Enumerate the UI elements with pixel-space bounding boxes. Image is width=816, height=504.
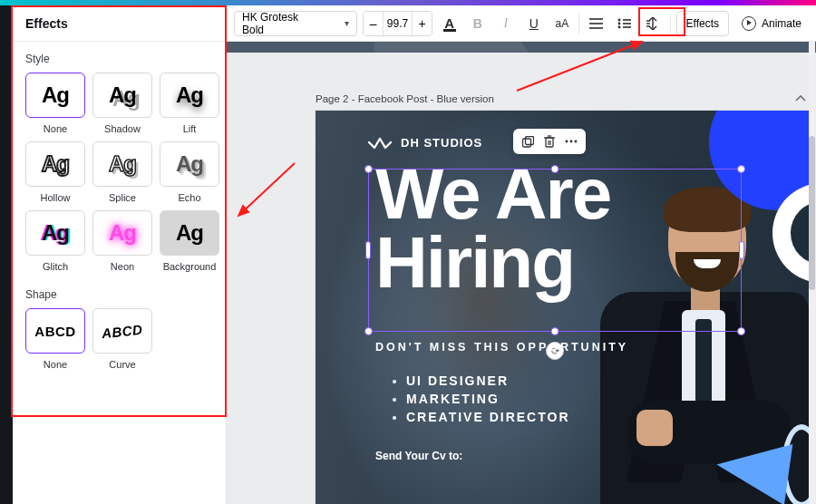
list-item: UI DESIGNER — [406, 373, 570, 388]
underline-button[interactable]: U — [522, 11, 545, 36]
page-title: Page 2 - Facebook Post - Blue version — [316, 93, 494, 104]
brand-row: DH STUDIOS — [368, 134, 482, 150]
selection-box[interactable]: ⟳ — [368, 169, 742, 332]
chevron-down-icon: ▾ — [345, 18, 349, 28]
shape-label: None — [44, 359, 67, 370]
resize-handle-tm[interactable] — [551, 165, 559, 173]
style-label: Hollow — [40, 192, 70, 203]
style-label: Shadow — [104, 123, 141, 134]
spacing-icon — [646, 17, 659, 30]
page-header: Page 2 - Facebook Post - Blue version — [316, 89, 809, 109]
style-label: Glitch — [43, 261, 68, 272]
svg-point-20 — [566, 141, 568, 143]
style-lift[interactable]: Ag — [160, 73, 219, 118]
more-icon — [565, 140, 578, 143]
element-context-toolbar — [513, 129, 586, 154]
list-item: MARKETING — [406, 392, 570, 406]
italic-button[interactable]: I — [494, 11, 517, 36]
list-button[interactable] — [613, 11, 636, 36]
font-size-plus[interactable]: + — [413, 11, 432, 36]
font-size-stepper: – 99.7 + — [363, 11, 432, 36]
resize-handle-br[interactable] — [737, 327, 745, 335]
resize-handle-bl[interactable] — [364, 327, 373, 335]
style-label: Splice — [109, 192, 136, 203]
resize-handle-bm[interactable] — [551, 327, 559, 335]
style-section-label: Style — [13, 42, 226, 73]
svg-rect-14 — [525, 136, 533, 144]
bullet-list[interactable]: UI DESIGNER MARKETING CREATIVE DIRECTOR — [406, 373, 570, 428]
bold-button[interactable]: B — [466, 11, 489, 36]
svg-point-5 — [618, 25, 621, 28]
uppercase-button[interactable]: aA — [550, 11, 573, 36]
svg-rect-13 — [522, 139, 530, 147]
style-label: Echo — [178, 192, 200, 203]
font-family-value: HK Grotesk Bold — [242, 11, 319, 36]
align-button[interactable] — [585, 11, 607, 36]
collapse-page-button[interactable] — [792, 91, 809, 107]
list-icon — [617, 18, 631, 29]
style-label: Neon — [111, 261, 134, 272]
animate-button[interactable]: Animate — [734, 11, 809, 36]
spacing-button[interactable] — [642, 11, 665, 36]
align-icon — [589, 18, 603, 29]
shape-section-label: Shape — [13, 277, 226, 308]
duplicate-icon — [522, 136, 534, 148]
resize-handle-l[interactable] — [365, 241, 371, 259]
delete-button[interactable] — [539, 131, 559, 151]
font-family-dropdown[interactable]: HK Grotesk Bold ▾ — [234, 11, 357, 36]
font-size-value[interactable]: 99.7 — [383, 11, 413, 36]
artboard[interactable]: DH STUDIOS We Are Hiring ⟳ DON'T MISS TH… — [316, 111, 809, 504]
chevron-up-icon — [795, 93, 806, 104]
svg-rect-15 — [546, 138, 553, 147]
style-splice[interactable]: Ag — [92, 141, 152, 187]
resize-handle-r[interactable] — [739, 241, 744, 259]
effects-panel: Effects Style AgNone AgShadow AgLift AgH… — [13, 5, 227, 504]
effects-panel-title: Effects — [13, 5, 226, 42]
animate-icon — [742, 16, 756, 31]
shape-label: Curve — [109, 359, 135, 370]
text-toolbar: HK Grotesk Bold ▾ – 99.7 + A B I U aA Ef… — [227, 5, 816, 42]
svg-point-3 — [618, 18, 621, 21]
style-label: Lift — [183, 123, 197, 134]
effects-button[interactable]: Effects — [676, 11, 729, 36]
cv-line[interactable]: Send Your Cv to: — [375, 450, 462, 462]
list-item: CREATIVE DIRECTOR — [406, 410, 570, 424]
toolbar-divider — [578, 14, 579, 34]
svg-point-22 — [575, 141, 578, 143]
svg-point-21 — [570, 141, 573, 143]
trash-icon — [544, 135, 555, 148]
app-rail — [0, 5, 13, 504]
more-button[interactable] — [561, 131, 581, 151]
resize-handle-tl[interactable] — [364, 165, 373, 173]
svg-point-4 — [618, 22, 621, 24]
shape-none[interactable]: ABCD — [25, 308, 85, 354]
style-echo[interactable]: Ag — [160, 141, 219, 187]
style-glitch[interactable]: Ag — [25, 210, 85, 256]
prev-page-sliver — [227, 42, 816, 53]
subheadline[interactable]: DON'T MISS THIS OPPORTUNITY — [375, 341, 628, 354]
font-size-minus[interactable]: – — [364, 11, 383, 36]
text-color-button[interactable]: A — [438, 11, 461, 36]
style-hollow[interactable]: Ag — [25, 141, 85, 187]
toolbar-divider — [670, 14, 671, 34]
brand-name: DH STUDIOS — [401, 136, 482, 150]
style-background[interactable]: Ag — [160, 210, 219, 256]
shape-grid: ABCDNone ABCDCurve — [13, 308, 226, 370]
brand-logo-icon — [368, 134, 392, 150]
style-none[interactable]: Ag — [25, 73, 85, 118]
shape-curve[interactable]: ABCD — [92, 308, 152, 354]
resize-handle-tr[interactable] — [737, 165, 745, 173]
style-neon[interactable]: Ag — [92, 210, 152, 256]
style-grid: AgNone AgShadow AgLift AgHollow AgSplice… — [13, 73, 226, 277]
style-label: None — [44, 123, 67, 134]
style-label: Background — [163, 261, 217, 272]
color-swatch-icon — [443, 29, 456, 32]
style-shadow[interactable]: Ag — [92, 73, 152, 118]
duplicate-button[interactable] — [518, 131, 538, 151]
scrollbar-thumb[interactable] — [809, 136, 815, 290]
decor-megaphone-icon — [716, 421, 809, 504]
